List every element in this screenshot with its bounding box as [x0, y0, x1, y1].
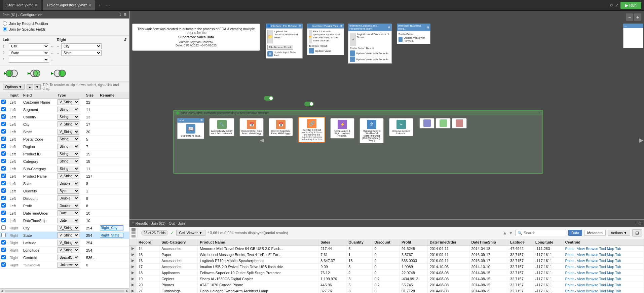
field-checkbox[interactable]: [1, 144, 6, 148]
type-select[interactable]: V_String String Double Date Byte Spatial…: [58, 218, 79, 223]
type-select[interactable]: V_String String Double Date Byte Spatial…: [58, 166, 79, 172]
refresh-button[interactable]: ↺: [123, 38, 126, 42]
join-right-select-1[interactable]: CityState: [61, 43, 102, 49]
type-select[interactable]: V_String String Double Date Byte Spatial…: [58, 210, 79, 216]
type-select[interactable]: V_String String Double Date Byte Spatial…: [58, 262, 79, 268]
iface-folder-pick[interactable]: Interface: Folder Pick ⊞ 📂 Pick folder w…: [307, 24, 344, 55]
type-select[interactable]: V_String String Double Date Byte Spatial…: [58, 129, 79, 135]
metadata-tab-button[interactable]: Metadata: [584, 230, 606, 236]
zoom-in-button[interactable]: +: [634, 13, 641, 21]
field-checkbox[interactable]: [1, 262, 6, 267]
type-select[interactable]: V_String String Double Date Byte Spatial…: [58, 255, 79, 260]
iface-file-browse[interactable]: 🔵 Interface: File Browse ⊞ 📁 Upload the …: [266, 24, 303, 59]
nav-up-button[interactable]: ▲: [27, 84, 33, 89]
type-select[interactable]: V_String String Double Date Byte Spatial…: [58, 107, 79, 112]
undo-button[interactable]: ↺: [610, 3, 613, 8]
type-select[interactable]: V_String String Double Date Byte Spatial…: [58, 144, 79, 149]
field-checkbox[interactable]: [1, 174, 6, 178]
convert-order-date-node[interactable]: 📅 Convert Order Date From: MM/dd/yyyy: [239, 118, 264, 136]
field-checkbox[interactable]: [1, 181, 6, 185]
field-checkbox[interactable]: [1, 100, 6, 104]
canvas-scroll-left[interactable]: ◀: [260, 137, 264, 143]
zoom-out-button[interactable]: −: [626, 13, 633, 21]
auto-modify-node[interactable]: 🔧 Automatically modify each field metada…: [209, 118, 234, 136]
type-select[interactable]: V_String String Double Date Byte Spatial…: [58, 203, 79, 209]
field-checkbox[interactable]: [1, 248, 6, 252]
run-button[interactable]: ▶ Run: [620, 2, 641, 9]
type-select[interactable]: V_String String Double Date Byte Spatial…: [58, 151, 79, 157]
sort-up-button[interactable]: ▲: [502, 230, 507, 235]
toggle-1[interactable]: [264, 96, 273, 102]
field-checkbox[interactable]: [1, 188, 6, 193]
type-select[interactable]: V_String String Double Date Byte Spatial…: [58, 158, 79, 164]
iface-business[interactable]: Interface: Business Insig... ⊞ Radio But…: [397, 24, 430, 44]
field-checkbox[interactable]: [1, 225, 6, 230]
nav-down-button[interactable]: ▼: [34, 84, 41, 89]
iface-logistics[interactable]: Interface: Logistics and Procurement Tea…: [348, 24, 392, 64]
join-left-select-new[interactable]: [9, 57, 49, 63]
type-select[interactable]: V_String String Double Date Byte Spatial…: [58, 114, 79, 120]
options-button[interactable]: Options ▼: [3, 84, 25, 90]
rename-input[interactable]: [100, 225, 123, 230]
results-expand-button[interactable]: ⊞: [638, 221, 641, 225]
inner-join-icon[interactable]: ▶: [28, 69, 48, 79]
type-select[interactable]: V_String String Double Date Byte Spatial…: [58, 195, 79, 201]
fields-count-badge[interactable]: 26 of 26 Fields: [141, 230, 168, 235]
restore-button[interactable]: ⤢: [615, 3, 618, 8]
drop-columns-node[interactable]: ✂ Drop not needed columns.: [389, 118, 413, 136]
right-join-icon[interactable]: ▶: [51, 69, 71, 79]
union-node[interactable]: ⚡ Union Joined & Right Unjoined Records.: [330, 118, 354, 139]
field-checkbox[interactable]: [1, 196, 6, 200]
convert-ship-date-node[interactable]: 📅 Convert Ship Date From: MM/dd/yyyy: [269, 118, 293, 136]
join-node[interactable]: 🔗 Cent No Centroid Join by City & State,…: [298, 117, 325, 143]
field-checkbox[interactable]: [1, 203, 6, 208]
type-select[interactable]: V_String String Double Date Byte Spatial…: [58, 247, 79, 253]
results-menu-icon[interactable]: ≡: [132, 221, 134, 225]
join-left-select-1[interactable]: CityState: [9, 43, 49, 49]
join-record-radio[interactable]: [3, 21, 7, 26]
more-tabs-button[interactable]: ···: [104, 2, 112, 8]
field-checkbox[interactable]: [1, 166, 6, 171]
join-fields-radio[interactable]: [3, 27, 7, 31]
field-checkbox[interactable]: [1, 159, 6, 163]
field-checkbox[interactable]: [1, 151, 6, 156]
type-select[interactable]: V_String String Double Date Byte Spatial…: [58, 181, 79, 186]
type-select[interactable]: V_String String Double Date Byte Spatial…: [58, 173, 79, 179]
canvas-scroll-right[interactable]: ▶: [639, 137, 643, 143]
type-select[interactable]: V_String String Double Date Byte Spatial…: [58, 188, 79, 194]
data-tab-button[interactable]: Data: [568, 230, 582, 236]
close-tab-project[interactable]: ✕: [88, 3, 91, 7]
join-right-select-2[interactable]: StateCity: [61, 50, 102, 56]
field-checkbox[interactable]: [1, 240, 6, 245]
field-checkbox[interactable]: [1, 129, 6, 134]
left-join-icon[interactable]: ▶: [4, 69, 24, 79]
field-checkbox[interactable]: [1, 107, 6, 111]
type-select[interactable]: V_String String Double Date Byte Spatial…: [58, 121, 79, 127]
field-checkbox[interactable]: [1, 255, 6, 259]
field-checkbox[interactable]: [1, 114, 6, 119]
add-tab-button[interactable]: +: [97, 2, 103, 8]
tab-start[interactable]: Start Here.yxmd ✕: [3, 0, 41, 11]
field-checkbox[interactable]: [1, 218, 6, 222]
type-select[interactable]: V_String String Double Date Byte Spatial…: [58, 232, 79, 238]
type-select[interactable]: V_String String Double Date Byte Spatial…: [58, 225, 79, 231]
tab-project[interactable]: ProjectSuperstore.yxwz* ✕: [43, 0, 95, 11]
type-select[interactable]: V_String String Double Date Byte Spatial…: [58, 240, 79, 246]
search-input[interactable]: [524, 231, 564, 235]
close-tab-start[interactable]: ✕: [35, 3, 37, 7]
panel-menu-button[interactable]: ⋮ ⊞: [119, 12, 126, 17]
type-select[interactable]: V_String String Double Date Byte Spatial…: [58, 99, 79, 105]
table-view-button[interactable]: ⊞: [632, 229, 642, 236]
field-checkbox[interactable]: [1, 122, 6, 126]
cell-viewer-button[interactable]: Cell Viewer ▼: [176, 230, 205, 236]
join-left-select-2[interactable]: StateCity: [9, 50, 49, 56]
toggle-2[interactable]: [304, 102, 314, 107]
type-select[interactable]: V_String String Double Date Byte Spatial…: [58, 136, 79, 142]
field-checkbox[interactable]: [1, 211, 6, 215]
shipping-delay-node[interactable]: ⏱ Shipping Delay = DateTimeDiff ([DateTi…: [359, 118, 384, 143]
sort-down-button[interactable]: ▼: [508, 230, 513, 235]
results-options-button[interactable]: ⋮: [633, 221, 637, 225]
rename-input[interactable]: [100, 233, 123, 238]
actions-tab-button[interactable]: Actions ▼: [608, 230, 630, 236]
field-checkbox[interactable]: [1, 137, 6, 141]
